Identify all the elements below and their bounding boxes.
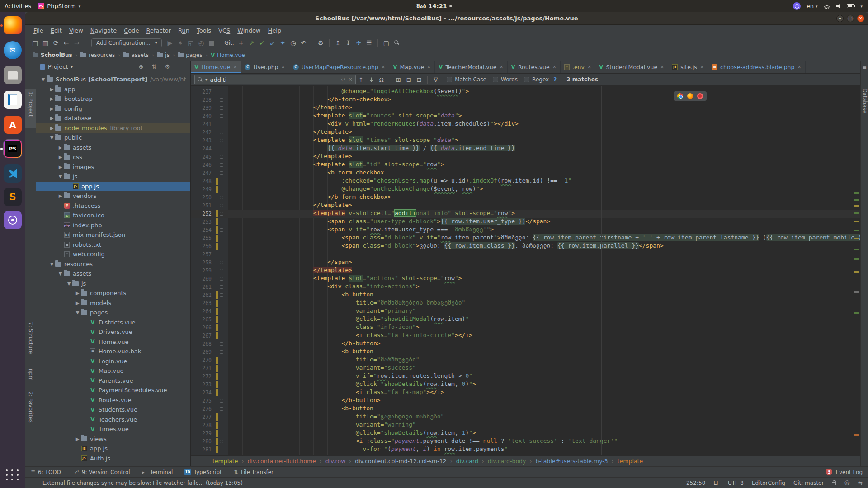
opera-icon[interactable] (697, 93, 703, 99)
line-number[interactable]: 265 (191, 315, 212, 324)
tree-item-times-vue[interactable]: VTimes.vue (36, 424, 190, 434)
tree-item-pages[interactable]: ▼pages (36, 308, 190, 318)
chevron-collapsed-icon[interactable]: ▶ (57, 155, 63, 160)
line-number[interactable]: 241 (191, 120, 212, 128)
fold-marker-icon[interactable] (220, 350, 223, 354)
crumb-div-row[interactable]: div.row (326, 458, 346, 465)
rollback-icon[interactable]: ↶ (298, 39, 309, 47)
crumb-div-content-col-md-12-col-sm-12[interactable]: div.content.col-md-12.col-sm-12 (355, 458, 446, 465)
line-number[interactable]: 237 (191, 88, 212, 96)
fold-marker-icon[interactable] (220, 285, 223, 289)
menu-item-help[interactable]: Help (264, 26, 285, 35)
chevron-expanded-icon[interactable]: ▼ (49, 262, 55, 267)
tree-item-css[interactable]: ▶css (36, 152, 190, 162)
tree-item-images[interactable]: ▶images (36, 162, 190, 172)
tree-item-students-vue[interactable]: VStudents.vue (36, 405, 190, 415)
close-icon[interactable]: ✕ (587, 64, 591, 70)
search-input[interactable]: ▾additi↩✕ (194, 75, 356, 84)
chevron-collapsed-icon[interactable]: ▶ (75, 291, 80, 296)
back-icon[interactable]: ← (61, 39, 71, 47)
fold-marker-icon[interactable] (220, 163, 223, 167)
menu-item-edit[interactable]: Edit (47, 26, 66, 35)
fold-marker-icon[interactable] (220, 228, 223, 232)
tree-item-auth-js[interactable]: JSAuth.js (36, 454, 190, 464)
collapse-all-icon[interactable]: ⇅ (149, 63, 159, 70)
coverage-icon[interactable]: ◱ (185, 39, 196, 47)
error-stripe-mark[interactable] (854, 199, 859, 201)
launcher-item-files[interactable] (4, 66, 22, 84)
line-number[interactable]: 276 (191, 405, 212, 413)
close-icon[interactable]: ✕ (281, 64, 285, 70)
menu-item-code[interactable]: Code (120, 26, 142, 35)
open-project-icon[interactable]: ▤ (30, 39, 40, 47)
firefox-icon[interactable] (687, 93, 693, 99)
line-number[interactable]: 244 (191, 145, 212, 153)
fold-marker-icon[interactable] (220, 293, 223, 297)
system-menu-chevron-icon[interactable]: ▾ (860, 4, 863, 9)
line-number[interactable]: 280 (191, 437, 212, 446)
launcher-item-sublime-text[interactable]: S (4, 188, 22, 206)
fold-marker-icon[interactable] (220, 155, 223, 159)
line-number[interactable]: 243 (191, 136, 212, 145)
line-number[interactable]: 255 (191, 234, 212, 242)
line-number[interactable]: 279 (191, 429, 212, 437)
error-stripe-mark[interactable] (854, 212, 859, 214)
fold-marker-icon[interactable] (220, 131, 223, 134)
chevron-collapsed-icon[interactable]: ▶ (49, 106, 55, 111)
tab-routes-vue[interactable]: VRoutes.vue✕ (508, 61, 561, 73)
line-number[interactable]: 252 (191, 210, 212, 218)
tree-item-paymentschedules-vue[interactable]: VPaymentSchedules.vue (36, 385, 190, 395)
git-branch[interactable]: Git: master (793, 480, 824, 486)
deploy-icon[interactable]: ✈ (354, 39, 364, 47)
minimize-button[interactable]: – (836, 15, 844, 22)
regex-help-icon[interactable]: ? (553, 76, 557, 83)
line-number[interactable]: 269 (191, 348, 212, 356)
chevron-expanded-icon[interactable]: ▼ (40, 77, 46, 82)
run-icon[interactable]: ▶ (165, 39, 175, 47)
line-number[interactable]: 245 (191, 153, 212, 161)
hide-panel-icon[interactable]: — (175, 63, 187, 70)
close-icon[interactable]: ✕ (552, 64, 557, 70)
tree-item-login-vue[interactable]: VLogin.vue (36, 357, 190, 366)
breadcrumb-assets[interactable]: assets (123, 52, 149, 58)
tree-item-assets[interactable]: ▼assets (36, 269, 190, 279)
tool-window-button-npm[interactable]: npm (25, 367, 36, 385)
tree-item-home-vue[interactable]: VHome.vue (36, 337, 190, 347)
caret-position[interactable]: 252:50 (686, 480, 705, 486)
select-all-occurrences-icon[interactable]: ⊡ (414, 76, 425, 83)
menu-item-navigate[interactable]: Navigate (87, 26, 120, 35)
search-history-icon[interactable]: ↩ (341, 76, 345, 83)
chevron-expanded-icon[interactable]: ▼ (57, 174, 63, 179)
tree-item-vendors[interactable]: ▶vendors (36, 191, 190, 201)
tool-window-toggler-icon[interactable] (31, 481, 36, 485)
launcher-item-libreoffice-writer[interactable] (4, 91, 22, 109)
git-commit-icon[interactable]: ✓ (257, 39, 267, 47)
remove-occurrence-icon[interactable]: ⊟ (404, 76, 414, 83)
fold-marker-icon[interactable] (220, 139, 223, 142)
event-log-button[interactable]: 3Event Log (826, 469, 863, 475)
close-icon[interactable]: ✕ (660, 64, 664, 70)
git-cherry-pick-icon[interactable]: ✦ (278, 39, 288, 47)
tool-window-button-6-todo[interactable]: ≣6: TODO (31, 469, 61, 475)
tree-item-home-vue-bak[interactable]: ≡Home.vue.bak (36, 347, 190, 357)
menu-item-vcs[interactable]: VCS (215, 26, 234, 35)
line-number[interactable]: 261 (191, 283, 212, 291)
tree-item-bootstrap[interactable]: ▶bootstrap (36, 94, 190, 104)
git-update-icon[interactable]: ↗ (246, 39, 257, 47)
window-title-bar[interactable]: SchoolBus [/var/www/html/SchoolBus] - ..… (25, 12, 868, 25)
line-number[interactable]: 260 (191, 275, 212, 283)
menu-item-run[interactable]: Run (175, 26, 193, 35)
chrome-icon[interactable] (677, 93, 683, 99)
tree-item-assets[interactable]: ▶assets (36, 143, 190, 153)
tool-window-button-2-favorites[interactable]: 2: Favorites (25, 389, 36, 431)
error-stripe-mark[interactable] (854, 192, 859, 194)
close-icon[interactable]: ✕ (381, 64, 385, 70)
fold-marker-icon[interactable] (220, 440, 223, 443)
tab-user-php[interactable]: CUser.php✕ (241, 61, 289, 73)
menu-item-window[interactable]: Window (234, 26, 264, 35)
add-occurrence-icon[interactable]: ⊞ (393, 76, 404, 83)
fold-marker-icon[interactable] (220, 277, 223, 281)
line-number[interactable]: 275 (191, 397, 212, 405)
crumb-template[interactable]: template (212, 458, 238, 465)
file-encoding[interactable]: UTF-8 (728, 480, 744, 486)
